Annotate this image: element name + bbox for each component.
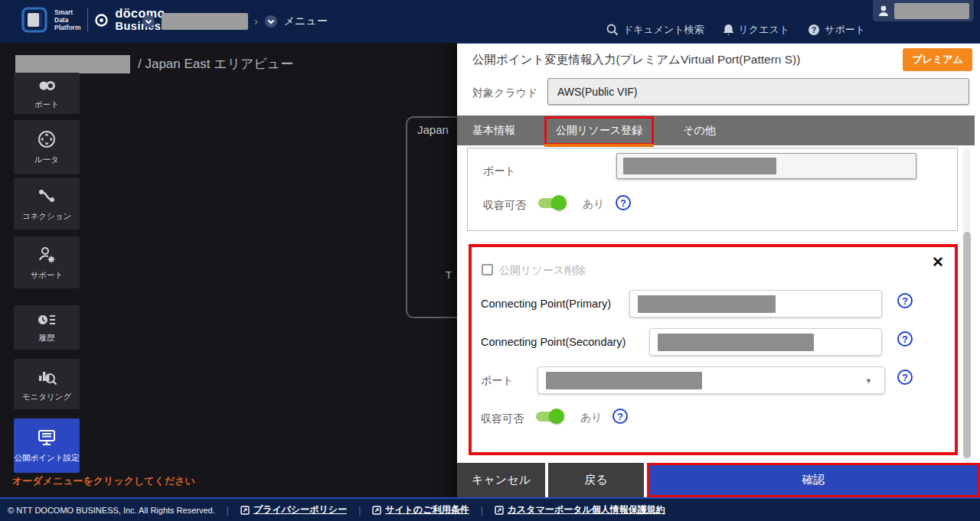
cancel-button[interactable]: キャンセル <box>457 463 545 497</box>
target-cloud-label: 対象クラウド <box>472 86 537 100</box>
document-search-button[interactable]: ドキュメント検索 <box>606 23 704 37</box>
request-button[interactable]: リクエスト <box>723 23 790 37</box>
router-icon <box>37 129 57 149</box>
delete-resource-label: 公開リソース削除 <box>499 264 586 278</box>
connection-icon <box>37 186 57 206</box>
footer-separator: | <box>481 505 483 516</box>
copyright-text: © NTT DOCOMO BUSINESS, Inc. All Rights R… <box>8 506 215 515</box>
user-account-menu[interactable] <box>873 0 974 21</box>
connecting-point-secondary-label: Connecting Point(Secondary) <box>481 336 626 348</box>
toggle-knob <box>549 409 564 424</box>
top-navigation-bar: Smart Data Platform döcomo Business › メニ… <box>0 0 980 43</box>
menu-dropdown[interactable]: メニュー <box>284 15 328 28</box>
area-box-title: Japan <box>417 123 449 136</box>
capacity-value: あり <box>583 197 605 211</box>
connecting-point-primary-label: Connecting Point(Primary) <box>481 298 611 310</box>
sidebar-item-label: ルータ <box>34 155 59 165</box>
sidebar-item-label: モニタリング <box>22 392 71 402</box>
tab-basic-info[interactable]: 基本情報 <box>472 124 515 138</box>
topbar-actions: ドキュメント検索 リクエスト ? サポート <box>606 23 865 37</box>
sidebar-item-port[interactable]: ポート <box>14 73 80 114</box>
sidebar-item-connection[interactable]: コネクション <box>14 177 80 230</box>
help-icon[interactable]: ? <box>897 293 913 308</box>
chevron-down-icon: ▼ <box>865 377 872 385</box>
toggle-knob <box>551 195 567 210</box>
redacted-port-value <box>623 158 776 174</box>
scrollbar-thumb[interactable] <box>963 232 971 458</box>
docomo-mark-icon <box>95 14 108 27</box>
external-doc-icon <box>495 506 504 515</box>
order-menu-hint: オーダメニューをクリックしてください <box>12 474 195 488</box>
connecting-point-secondary-field[interactable] <box>649 328 882 356</box>
edit-capacity-toggle[interactable] <box>536 409 568 424</box>
capacity-toggle[interactable] <box>538 195 570 210</box>
brand-divider <box>87 8 88 31</box>
sidebar-item-router[interactable]: ルータ <box>14 120 80 174</box>
help-icon[interactable]: ? <box>897 331 913 347</box>
sidebar-item-history[interactable]: 履歴 <box>14 305 80 350</box>
dialog-tabs: 基本情報 公開リソース登録 その他 <box>457 116 975 145</box>
premium-badge: プレミアム <box>903 48 972 71</box>
page-footer: © NTT DOCOMO BUSINESS, Inc. All Rights R… <box>0 497 980 521</box>
target-cloud-value: AWS(Public VIF) <box>557 86 638 98</box>
sidebar-item-label: 履歴 <box>39 333 55 344</box>
question-circle-icon: ? <box>808 24 820 36</box>
edit-capacity-label: 収容可否 <box>481 412 524 426</box>
dialog-scrollbar <box>963 148 971 464</box>
port-field[interactable] <box>616 153 916 179</box>
redacted-secondary-value <box>658 334 814 351</box>
redacted-edit-port-value <box>546 372 702 389</box>
footer-separator: | <box>227 505 229 516</box>
history-clock-icon <box>37 312 57 327</box>
privacy-policy-link[interactable]: プライバシーポリシー <box>240 503 347 516</box>
chevron-down-icon[interactable] <box>142 15 155 28</box>
sidebar-item-support[interactable]: サポート <box>14 236 80 288</box>
dialog-title: 公開ポイント変更情報入力(プレミアムVirtual Port(Pattern S… <box>472 52 800 68</box>
confirm-button[interactable]: 確認 <box>647 463 980 497</box>
port-label: ポート <box>483 164 516 178</box>
breadcrumb-separator: › <box>254 15 258 28</box>
sidebar-item-label: サポート <box>31 270 64 281</box>
search-icon <box>606 24 619 36</box>
svg-text:?: ? <box>812 26 816 34</box>
site-terms-link[interactable]: サイトのご利用条件 <box>372 503 469 516</box>
redacted-context-value[interactable] <box>162 13 248 30</box>
tab-public-resource-registration[interactable]: 公開リソース登録 <box>544 116 654 145</box>
context-selector: › メニュー <box>142 13 328 30</box>
sidebar-item-monitoring[interactable]: モニタリング <box>14 359 80 409</box>
area-box-partial-text: T <box>446 269 452 281</box>
bell-icon <box>723 24 734 36</box>
chevron-down-icon[interactable] <box>264 15 278 28</box>
monitoring-chart-magnifier-icon <box>36 366 57 386</box>
redacted-primary-value <box>638 295 776 313</box>
smart-data-platform-icon <box>21 7 47 33</box>
footer-separator: | <box>358 505 361 516</box>
help-icon[interactable]: ? <box>616 195 631 210</box>
help-icon[interactable]: ? <box>897 370 913 385</box>
brand-text: Smart Data Platform <box>54 8 80 31</box>
sidebar-item-label: ポート <box>34 99 59 110</box>
public-point-monitor-icon <box>36 428 57 448</box>
public-point-edit-dialog: 公開ポイント変更情報入力(プレミアムVirtual Port(Pattern S… <box>457 42 980 497</box>
back-button[interactable]: 戻る <box>548 463 644 497</box>
sidebar-item-label: コネクション <box>22 211 71 222</box>
edit-port-label: ポート <box>481 374 514 388</box>
sidebar-item-public-point-settings[interactable]: 公開ポイント設定 <box>14 418 80 473</box>
redacted-username <box>894 3 969 19</box>
delete-resource-checkbox[interactable] <box>482 264 493 275</box>
connecting-point-primary-field[interactable] <box>629 290 882 317</box>
capacity-label: 収容可否 <box>483 199 526 213</box>
help-icon[interactable]: ? <box>612 409 628 424</box>
port-icon <box>37 77 57 94</box>
tab-other[interactable]: その他 <box>683 124 716 138</box>
edit-capacity-value: あり <box>580 411 603 425</box>
close-icon[interactable]: ✕ <box>932 253 944 271</box>
target-cloud-field[interactable]: AWS(Public VIF) <box>547 78 969 105</box>
support-button[interactable]: ? サポート <box>808 23 865 37</box>
support-person-gear-icon <box>37 245 57 265</box>
current-resource-section: ポート 収容可否 あり ? <box>467 148 958 231</box>
edit-port-dropdown[interactable]: ▼ <box>537 366 885 394</box>
personal-info-rules-link[interactable]: カスタマーポータル個人情報保護規約 <box>495 503 665 516</box>
redacted-tenant-name <box>15 55 130 73</box>
external-doc-icon <box>240 506 250 515</box>
